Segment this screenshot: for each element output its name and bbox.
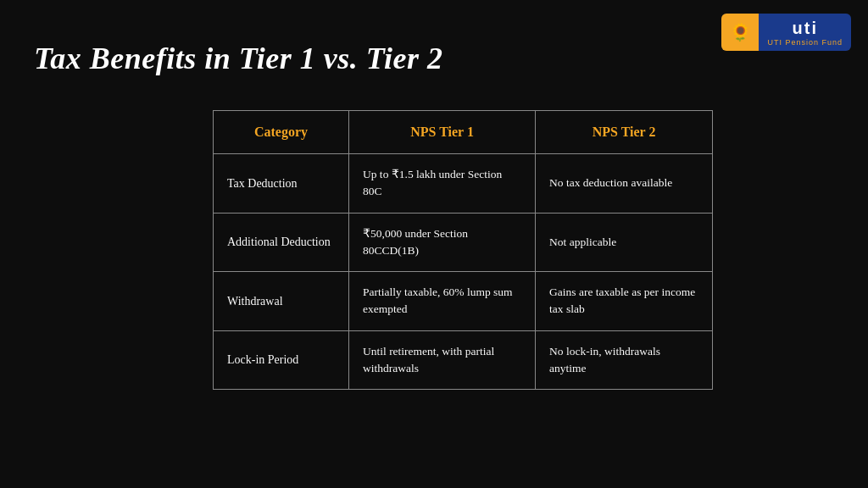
- table-row: Additional Deduction₹50,000 under Sectio…: [214, 213, 713, 272]
- cell-category-3: Lock-in Period: [214, 330, 349, 390]
- cell-tier2-0: No tax deduction available: [536, 154, 713, 214]
- table-row: Tax DeductionUp to ₹1.5 lakh under Secti…: [214, 154, 713, 214]
- cell-tier1-1: ₹50,000 under Section 80CCD(1B): [349, 213, 536, 272]
- page-title: Tax Benefits in Tier 1 vs. Tier 2: [34, 41, 442, 76]
- cell-tier2-3: No lock-in, withdrawals anytime: [536, 330, 713, 390]
- cell-category-1: Additional Deduction: [214, 213, 349, 272]
- cell-category-0: Tax Deduction: [214, 154, 349, 214]
- col-header-tier1: NPS Tier 1: [349, 111, 536, 154]
- uti-logo: 🌻 uti UTI Pension Fund: [721, 14, 851, 51]
- logo-uti-text: uti: [793, 19, 818, 38]
- cell-tier2-2: Gains are taxable as per income tax slab: [536, 272, 713, 331]
- logo-pension-text: UTI Pension Fund: [767, 38, 843, 47]
- table-row: Lock-in PeriodUntil retirement, with par…: [214, 330, 713, 390]
- cell-tier2-1: Not applicable: [536, 213, 713, 272]
- cell-tier1-0: Up to ₹1.5 lakh under Section 80C: [349, 154, 536, 214]
- cell-category-2: Withdrawal: [214, 272, 349, 331]
- comparison-table: Category NPS Tier 1 NPS Tier 2 Tax Deduc…: [213, 110, 713, 390]
- cell-tier1-3: Until retirement, with partial withdrawa…: [349, 330, 536, 390]
- table-row: WithdrawalPartially taxable, 60% lump su…: [214, 272, 713, 331]
- logo-text-block: uti UTI Pension Fund: [759, 14, 851, 51]
- col-header-tier2: NPS Tier 2: [536, 111, 713, 154]
- comparison-table-wrapper: Category NPS Tier 1 NPS Tier 2 Tax Deduc…: [213, 110, 713, 390]
- logo-icon: 🌻: [721, 14, 759, 51]
- col-header-category: Category: [214, 111, 349, 154]
- cell-tier1-2: Partially taxable, 60% lump sum exempted: [349, 272, 536, 331]
